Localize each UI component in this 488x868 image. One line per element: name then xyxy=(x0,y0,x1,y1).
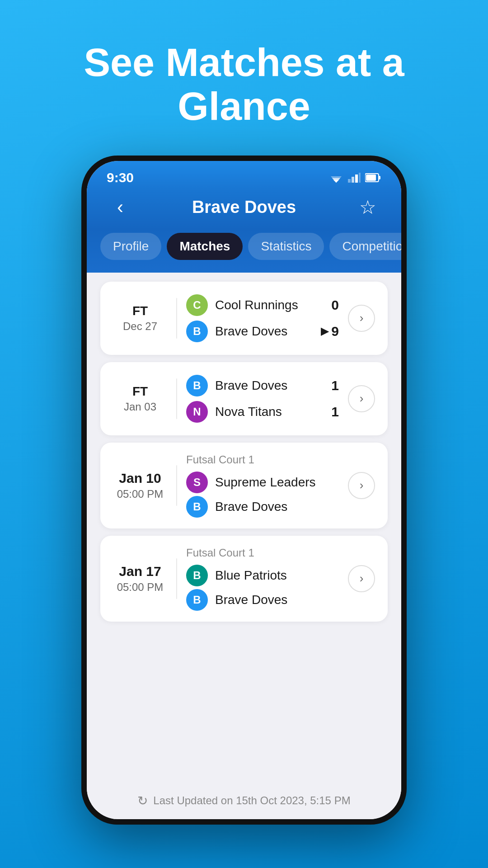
upcoming-date-block-1: Jan 10 05:00 PM xyxy=(113,471,167,500)
match-date-block-2: FT Jan 03 xyxy=(113,384,167,413)
match-card-2: FT Jan 03 B Brave Doves 1 N Nova Titans … xyxy=(100,362,388,435)
tabs-bar: Profile Matches Statistics Competitions xyxy=(87,229,401,273)
team-avatar-brave-doves-1: B xyxy=(186,321,208,342)
team-avatar-brave-4: B xyxy=(186,589,208,611)
team-score-brave-doves-1: ▶9 xyxy=(321,324,339,339)
team-name-supreme: Supreme Leaders xyxy=(215,475,339,490)
match-divider-1 xyxy=(176,298,177,339)
wifi-icon xyxy=(329,173,343,183)
upcoming-teams-2: Futsal Court 1 B Blue Patriots B Brave D… xyxy=(186,547,339,611)
upcoming-date-main-2: Jan 17 xyxy=(113,564,167,579)
team-avatar-brave-3: B xyxy=(186,496,208,518)
match-detail-btn-2[interactable]: › xyxy=(348,385,375,412)
hero-title: See Matches at a Glance xyxy=(0,41,488,128)
upcoming-team-row-brave-2: B Brave Doves xyxy=(186,589,339,611)
tab-competitions[interactable]: Competitions xyxy=(329,233,401,260)
team-name-cool-runnings: Cool Runnings xyxy=(215,298,318,312)
battery-icon xyxy=(365,173,381,183)
footer-bar: ↻ Last Updated on 15th Oct 2023, 5:15 PM xyxy=(87,786,401,819)
tab-matches[interactable]: Matches xyxy=(167,233,243,260)
svg-rect-5 xyxy=(355,175,358,183)
upcoming-detail-btn-2[interactable]: › xyxy=(348,565,375,592)
upcoming-divider-1 xyxy=(176,465,177,506)
team-row-brave-doves-2: B Brave Doves 1 xyxy=(186,375,339,396)
match-status-2: FT xyxy=(113,384,167,399)
svg-rect-8 xyxy=(379,176,380,179)
svg-rect-6 xyxy=(359,173,361,183)
upcoming-card-2: Jan 17 05:00 PM Futsal Court 1 B Blue Pa… xyxy=(100,536,388,622)
back-button[interactable]: ‹ xyxy=(107,196,134,218)
status-time: 9:30 xyxy=(107,170,134,185)
team-score-nova-titans: 1 xyxy=(325,404,339,420)
team-score-brave-doves-2: 1 xyxy=(325,378,339,393)
team-avatar-nova-titans: N xyxy=(186,401,208,423)
svg-rect-4 xyxy=(352,177,354,183)
tab-profile[interactable]: Profile xyxy=(100,233,161,260)
footer-text: Last Updated on 15th Oct 2023, 5:15 PM xyxy=(153,794,350,807)
upcoming-team-row-blue-patriots: B Blue Patriots xyxy=(186,565,339,586)
team-name-brave-doves-1: Brave Doves xyxy=(215,324,314,339)
upcoming-teams-1: Futsal Court 1 S Supreme Leaders B Brave… xyxy=(186,453,339,518)
upcoming-time-1: 05:00 PM xyxy=(113,488,167,500)
status-icons xyxy=(329,173,381,183)
team-row-nova-titans: N Nova Titans 1 xyxy=(186,401,339,423)
refresh-icon: ↻ xyxy=(137,793,148,808)
team-name-brave-doves-2: Brave Doves xyxy=(215,378,318,393)
match-date-block-1: FT Dec 27 xyxy=(113,304,167,333)
team-row-brave-doves-1: B Brave Doves ▶9 xyxy=(186,321,339,342)
team-row-cool-runnings: C Cool Runnings 0 xyxy=(186,294,339,316)
upcoming-date-main-1: Jan 10 xyxy=(113,471,167,486)
team-avatar-cool-runnings: C xyxy=(186,294,208,316)
team-avatar-blue-patriots: B xyxy=(186,565,208,586)
phone-frame: 9:30 xyxy=(81,156,407,825)
favorite-button[interactable]: ☆ xyxy=(354,196,381,218)
svg-marker-2 xyxy=(333,180,339,183)
team-name-brave-3: Brave Doves xyxy=(215,500,339,514)
upcoming-team-row-brave-1: B Brave Doves xyxy=(186,496,339,518)
venue-text-1: Futsal Court 1 xyxy=(186,453,339,466)
match-status-1: FT xyxy=(113,304,167,318)
upcoming-time-2: 05:00 PM xyxy=(113,581,167,594)
svg-rect-3 xyxy=(348,179,351,183)
team-score-cool-runnings: 0 xyxy=(325,297,339,313)
svg-rect-9 xyxy=(366,175,376,181)
match-card-1: FT Dec 27 C Cool Runnings 0 B Brave Dove… xyxy=(100,282,388,355)
team-avatar-supreme: S xyxy=(186,472,208,493)
upcoming-date-block-2: Jan 17 05:00 PM xyxy=(113,564,167,594)
upcoming-card-1: Jan 10 05:00 PM Futsal Court 1 S Supreme… xyxy=(100,443,388,528)
signal-icon xyxy=(348,173,361,183)
match-teams-1: C Cool Runnings 0 B Brave Doves ▶9 xyxy=(186,294,339,342)
match-date-1: Dec 27 xyxy=(113,320,167,333)
match-detail-btn-1[interactable]: › xyxy=(348,305,375,332)
tab-statistics[interactable]: Statistics xyxy=(248,233,324,260)
team-avatar-brave-doves-2: B xyxy=(186,375,208,396)
app-header: ‹ Brave Doves ☆ xyxy=(87,189,401,229)
winner-arrow-1: ▶ xyxy=(321,326,328,337)
status-bar: 9:30 xyxy=(87,161,401,189)
upcoming-divider-2 xyxy=(176,558,177,599)
team-name-nova-titans: Nova Titans xyxy=(215,405,318,419)
match-teams-2: B Brave Doves 1 N Nova Titans 1 xyxy=(186,375,339,423)
venue-text-2: Futsal Court 1 xyxy=(186,547,339,559)
content-area: FT Dec 27 C Cool Runnings 0 B Brave Dove… xyxy=(87,273,401,786)
phone-screen: 9:30 xyxy=(87,161,401,819)
header-title: Brave Doves xyxy=(192,198,296,217)
match-date-2: Jan 03 xyxy=(113,401,167,413)
upcoming-team-row-supreme: S Supreme Leaders xyxy=(186,472,339,493)
upcoming-detail-btn-1[interactable]: › xyxy=(348,472,375,499)
team-name-blue-patriots: Blue Patriots xyxy=(215,568,339,583)
match-divider-2 xyxy=(176,378,177,419)
team-name-brave-4: Brave Doves xyxy=(215,593,339,607)
